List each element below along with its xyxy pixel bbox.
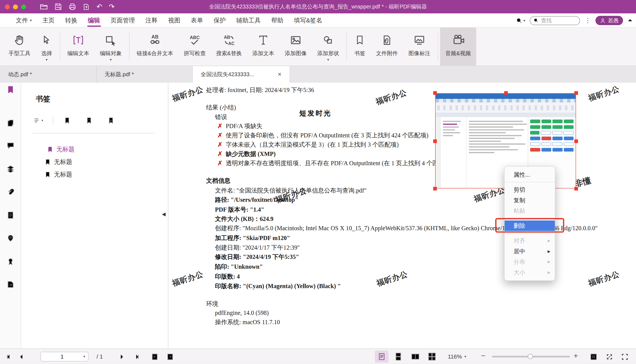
bookmark-options-button[interactable]: ▾ <box>32 117 45 124</box>
tab-active-document[interactable]: 全国法院失4233333... × <box>193 66 290 83</box>
fit-page-button[interactable] <box>588 352 599 362</box>
context-copy[interactable]: 复制 <box>505 195 555 206</box>
zoom-window-button[interactable] <box>21 4 26 9</box>
menu-protect[interactable]: 保护 <box>208 13 231 27</box>
tool-image-annotation[interactable]: 图像标注 <box>403 28 436 66</box>
menu-file[interactable]: 文件▾ <box>11 13 37 27</box>
watermark: 福昕办公 <box>587 269 621 289</box>
minimize-window-button[interactable] <box>13 4 18 9</box>
zoom-slider[interactable] <box>492 356 570 357</box>
context-cut[interactable]: 剪切 <box>505 184 555 195</box>
doc-line: 印版数: 4 <box>215 273 240 280</box>
tool-label: 搜索&替换 <box>216 50 242 57</box>
more-options-icon[interactable]: ⋮ <box>585 17 591 24</box>
bookmark-item[interactable]: 无标题 <box>45 171 72 178</box>
tool-add-image[interactable]: 添加图像 <box>280 28 312 66</box>
tab-dongtai[interactable]: 动态.pdf * <box>0 66 96 83</box>
bookmark-icon <box>45 171 51 177</box>
zoom-out-button[interactable]: − <box>481 351 485 360</box>
tool-edit-object[interactable]: 编辑对象 ▾ <box>95 28 127 66</box>
resize-handle[interactable] <box>504 91 508 95</box>
tool-hand[interactable]: 手型工具 <box>3 28 36 66</box>
close-window-button[interactable] <box>5 4 10 9</box>
page-number-input[interactable] <box>41 353 83 360</box>
search-options-icon[interactable]: ▾ <box>516 17 525 24</box>
tool-edit-text[interactable]: 编辑文本 <box>62 28 95 66</box>
resize-handle[interactable] <box>574 139 578 143</box>
resize-handle[interactable] <box>433 187 437 190</box>
document-tabbar: 动态.pdf * 无标题.pdf * 全国法院失4233333... × <box>0 66 636 83</box>
resize-handle[interactable] <box>574 91 578 95</box>
tool-add-text[interactable]: 添加文本 <box>247 28 280 66</box>
tool-add-shape[interactable]: 添加形状 ▾ <box>312 28 344 66</box>
user-account-button[interactable]: 若愚 <box>596 16 623 25</box>
continuous-view-button[interactable] <box>391 351 405 363</box>
destinations-panel-button[interactable] <box>6 233 16 243</box>
fullscreen-button[interactable] <box>619 352 630 362</box>
pages-panel-button[interactable] <box>6 118 16 128</box>
signatures-panel-button[interactable] <box>6 256 16 266</box>
menu-help[interactable]: 帮助 <box>266 13 289 27</box>
undo-icon[interactable]: ↶ <box>96 3 102 10</box>
articles-panel-button[interactable] <box>6 210 16 220</box>
menu-fill-sign[interactable]: 填写&签名 <box>289 13 327 27</box>
menu-page-organize[interactable]: 页面管理 <box>105 13 140 27</box>
tool-bookmark[interactable]: 书签 <box>349 28 371 66</box>
open-file-icon[interactable] <box>40 3 48 11</box>
page-number-box[interactable]: ▾ <box>40 352 88 362</box>
single-page-view-button[interactable] <box>375 351 388 363</box>
context-delete[interactable]: 删除 <box>505 220 555 231</box>
context-center[interactable]: 居中▶ <box>505 246 555 257</box>
tool-file-attachment[interactable]: 文件附件 <box>371 28 403 66</box>
context-properties[interactable]: 属性... <box>505 169 555 180</box>
bookmark-item[interactable]: 无标题 <box>47 146 75 153</box>
menu-edit[interactable]: 编辑 <box>83 13 105 27</box>
menu-comment[interactable]: 注释 <box>140 13 163 27</box>
zoom-in-button[interactable]: + <box>573 351 578 360</box>
continuous-facing-view-button[interactable] <box>425 351 439 363</box>
last-page-button[interactable] <box>131 352 142 362</box>
tool-audio-video[interactable]: 音频&视频 <box>440 28 476 66</box>
fit-screen-button[interactable] <box>604 352 615 362</box>
next-page-button[interactable] <box>116 352 127 362</box>
redo-icon[interactable]: ↷ <box>109 3 115 10</box>
resize-handle[interactable] <box>433 91 437 95</box>
tool-spell-check[interactable]: ABC 拼写检查 <box>178 28 211 66</box>
tool-select[interactable]: 选择 ▾ <box>36 28 58 66</box>
tool-search-replace[interactable]: ABAC 搜索&替换 <box>211 28 247 66</box>
menu-view[interactable]: 视图 <box>163 13 186 27</box>
first-page-button[interactable] <box>3 352 14 362</box>
search-input[interactable] <box>541 17 575 23</box>
next-view-button[interactable] <box>165 352 175 362</box>
resize-handle[interactable] <box>433 139 437 143</box>
delete-bookmark-button[interactable] <box>82 117 96 124</box>
layers-panel-button[interactable] <box>6 164 16 174</box>
facing-view-button[interactable] <box>408 351 422 363</box>
resize-handle[interactable] <box>574 187 578 190</box>
previous-page-button[interactable] <box>16 352 27 362</box>
print-icon[interactable] <box>69 3 76 10</box>
attachments-panel-button[interactable] <box>6 187 16 197</box>
menu-home[interactable]: 主页 <box>37 13 60 27</box>
zoom-level-button[interactable]: 116% ▾ <box>448 353 466 360</box>
tool-link-join-text[interactable]: AB 链接&合并文本 <box>131 28 178 66</box>
zoom-slider-thumb[interactable] <box>528 354 533 359</box>
previous-view-button[interactable] <box>149 352 160 362</box>
bookmark-item[interactable]: 无标题 <box>45 158 72 166</box>
menu-form[interactable]: 表单 <box>186 13 208 27</box>
menu-accessibility[interactable]: 辅助工具 <box>231 13 266 27</box>
close-tab-icon[interactable]: × <box>278 71 282 78</box>
menu-convert[interactable]: 转换 <box>60 13 83 27</box>
comments-panel-button[interactable] <box>6 141 16 150</box>
save-icon[interactable] <box>54 3 62 10</box>
tab-untitled[interactable]: 无标题.pdf * <box>96 66 193 83</box>
search-box[interactable] <box>530 16 580 25</box>
collapse-ribbon-icon[interactable] <box>628 18 633 23</box>
bookmarks-panel-button[interactable] <box>6 85 16 94</box>
goto-bookmark-button[interactable] <box>104 117 118 124</box>
collapse-panel-icon[interactable]: ◀ <box>162 211 166 217</box>
add-bookmark-button[interactable] <box>60 117 74 124</box>
export-icon[interactable] <box>83 3 90 10</box>
document-page[interactable]: 福昕办公 福昕办公 福昕办公 福昕办公 福昕办公 福昕办公 福昕办公 福昕办公 … <box>168 83 636 349</box>
fields-panel-button[interactable] <box>6 280 16 289</box>
